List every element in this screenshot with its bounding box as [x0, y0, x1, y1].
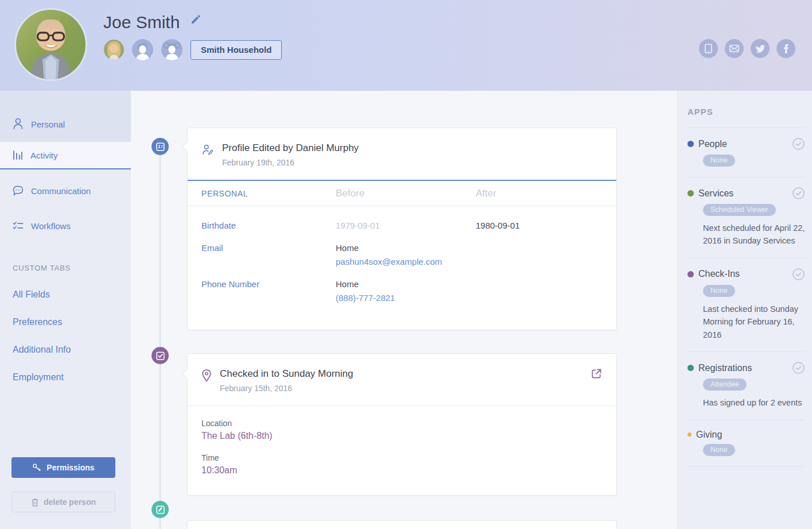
bar-chart-icon [13, 150, 23, 160]
profile-photo[interactable] [16, 10, 86, 79]
check-circle-icon[interactable] [792, 187, 805, 200]
name-block: Joe Smith [103, 13, 201, 32]
boy-icon [132, 39, 153, 60]
detail-value: 10:30am [201, 465, 603, 476]
id-card-icon [156, 142, 165, 151]
page-title: Joe Smith [103, 13, 180, 32]
checkbox-icon [156, 352, 165, 360]
checkin-details: Location The Lab (6th-8th) Time 10:30am [188, 406, 616, 495]
custom-tabs-heading: CUSTOM TABS [13, 264, 131, 272]
detail-location: Location The Lab (6th-8th) [201, 419, 603, 441]
email-link[interactable]: pashun4sox@example.com [336, 257, 476, 267]
timeline-card-profile-edited: Profile Edited by Daniel Murphy February… [187, 128, 617, 330]
status-badge: None [703, 155, 735, 167]
person-edit-icon [201, 144, 214, 159]
person-icon [13, 118, 24, 129]
registrations-dot-icon [687, 365, 694, 371]
edit-table-header: PERSONAL Before After [188, 180, 616, 206]
page-body: Personal Activity Communication Workflow… [0, 91, 812, 529]
left-sidebar: Personal Activity Communication Workflow… [0, 91, 131, 529]
phone-link[interactable]: (888)-777-2821 [336, 293, 476, 303]
checkins-dot-icon [687, 271, 694, 277]
before-column-header: Before [336, 188, 476, 199]
card-header: Registered for Vacation Bible School Feb… [188, 521, 616, 529]
event-title: Profile Edited by Daniel Murphy [222, 142, 359, 154]
detail-value: The Lab (6th-8th) [201, 431, 603, 441]
app-name: Giving [696, 430, 805, 440]
sidebar-item-preferences[interactable]: Preferences [13, 317, 131, 327]
sidebar-item-label: Activity [30, 150, 58, 160]
edit-card-icon [156, 505, 165, 514]
card-header: Profile Edited by Daniel Murphy February… [188, 128, 616, 180]
email-icon[interactable] [725, 39, 744, 58]
app-section-services: Services Scheduled Viewer Next scheduled… [687, 177, 805, 258]
sidebar-item-workflows[interactable]: Workflows [0, 212, 131, 240]
external-link-icon[interactable] [590, 368, 603, 382]
table-row-phone: Phone Number Home (888)-777-2821 [188, 273, 616, 309]
contact-shortcuts [699, 39, 795, 58]
people-dot-icon [687, 141, 694, 147]
app-row: People [687, 137, 805, 150]
card-header: Checked in to Sunday Morning February 15… [188, 354, 616, 406]
table-row-birthdate: Birthdate 1979-09-01 1980-09-01 [188, 214, 616, 237]
event-date: February 15th, 2016 [220, 384, 353, 393]
household-member-avatar-son[interactable] [132, 39, 153, 60]
before-value: Home (888)-777-2821 [336, 279, 476, 303]
timeline-card-registration: Registered for Vacation Bible School Feb… [187, 520, 617, 529]
app-row: Registrations [687, 361, 805, 374]
app-description: Next scheduled for April 22, 2016 in Sun… [703, 222, 805, 248]
after-column-header: After [476, 188, 603, 199]
facebook-icon[interactable] [776, 39, 795, 58]
check-circle-icon[interactable] [792, 361, 805, 374]
girl-icon [161, 39, 182, 60]
status-badge: None [703, 444, 735, 456]
app-description: Has signed up for 2 events [703, 396, 805, 409]
app-section-people: People None [687, 128, 805, 177]
app-row: Giving [687, 430, 805, 440]
apps-heading: APPS [687, 91, 805, 128]
app-name: Registrations [698, 363, 792, 373]
sidebar-item-employment[interactable]: Employment [13, 372, 131, 383]
app-name: Services [698, 188, 792, 199]
check-circle-icon[interactable] [792, 137, 805, 150]
field-label: Birthdate [201, 221, 336, 230]
card-header-text: Profile Edited by Daniel Murphy February… [222, 142, 359, 167]
wife-photo [104, 40, 124, 60]
delete-person-button[interactable]: delete person [11, 492, 115, 512]
table-row-email: Email Home pashun4sox@example.com [188, 237, 616, 273]
timeline-node-checkin [151, 347, 169, 364]
activity-timeline: Profile Edited by Daniel Murphy February… [131, 91, 677, 529]
mobile-icon[interactable] [699, 39, 718, 58]
check-circle-icon[interactable] [792, 268, 805, 281]
edit-name-icon[interactable] [191, 14, 201, 27]
app-section-giving: Giving None [687, 420, 805, 467]
status-badge: None [703, 285, 735, 297]
household-button[interactable]: Smith Household [191, 40, 282, 60]
sidebar-item-activity[interactable]: Activity [0, 142, 131, 169]
edit-table-body: Birthdate 1979-09-01 1980-09-01 Email Ho… [188, 206, 616, 330]
permissions-button[interactable]: Permissions [11, 457, 115, 478]
twitter-icon[interactable] [751, 39, 770, 58]
sidebar-item-personal[interactable]: Personal [0, 91, 131, 142]
before-value: 1979-09-01 [336, 221, 476, 230]
sidebar-item-label: Workflows [31, 221, 71, 231]
sidebar-item-additional-info[interactable]: Additional Info [13, 345, 131, 355]
permissions-button-label: Permissions [46, 463, 94, 472]
sidebar-item-all-fields[interactable]: All Fields [13, 289, 131, 300]
household-member-avatar-daughter[interactable] [161, 39, 182, 60]
household-members: Smith Household [104, 39, 282, 60]
app-section-checkins: Check-Ins None Last checked into Sunday … [687, 258, 805, 352]
giving-dot-icon [687, 433, 691, 437]
event-title: Checked in to Sunday Morning [220, 368, 353, 380]
detail-label: Location [201, 419, 603, 428]
key-icon [32, 463, 41, 472]
checklist-icon [13, 221, 24, 230]
contact-type: Home [336, 279, 476, 289]
apps-sidebar: APPS People None Services Scheduled View… [677, 91, 812, 529]
timeline-card-checkin: Checked in to Sunday Morning February 15… [187, 353, 617, 496]
household-member-avatar-wife[interactable] [104, 40, 124, 60]
status-badge: Scheduled Viewer [703, 204, 776, 216]
sidebar-item-communication[interactable]: Communication [0, 177, 131, 204]
card-header-text: Checked in to Sunday Morning February 15… [220, 368, 353, 393]
app-row: Check-Ins [687, 268, 805, 281]
